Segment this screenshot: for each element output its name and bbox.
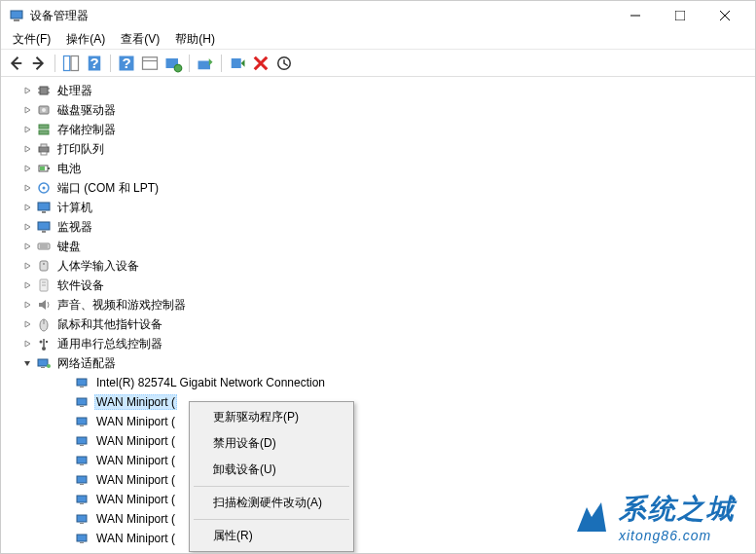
svg-rect-56 <box>38 359 48 366</box>
tree-category[interactable]: 鼠标和其他指针设备 <box>3 314 753 334</box>
netcard-icon <box>75 492 90 507</box>
tree-label: 端口 (COM 和 LPT) <box>55 179 161 198</box>
expander-icon[interactable] <box>20 337 34 351</box>
keyboard-icon <box>36 239 52 254</box>
tree-device[interactable]: WAN Miniport ( <box>3 470 753 490</box>
back-button[interactable] <box>5 53 26 74</box>
tree-category[interactable]: 软件设备 <box>3 276 753 295</box>
svg-rect-38 <box>38 203 50 210</box>
netcard-icon <box>75 433 90 449</box>
software-icon <box>36 277 52 293</box>
tree-device[interactable]: WAN Miniport ( <box>3 412 753 431</box>
menu-action[interactable]: 操作(A) <box>58 29 113 50</box>
svg-rect-67 <box>77 457 87 463</box>
close-button[interactable] <box>702 1 747 30</box>
context-menu: 更新驱动程序(P) 禁用设备(D) 卸载设备(U) 扫描检测硬件改动(A) 属性… <box>189 401 354 552</box>
expander-icon[interactable] <box>20 240 34 253</box>
forward-button[interactable] <box>28 53 50 74</box>
tree-label: Intel(R) 82574L Gigabit Network Connecti… <box>94 375 327 390</box>
expander-icon[interactable] <box>20 298 34 312</box>
tree-category[interactable]: 通用串行总线控制器 <box>3 334 753 353</box>
context-scan-hardware[interactable]: 扫描检测硬件改动(A) <box>192 490 351 516</box>
svg-rect-65 <box>77 437 87 444</box>
netcard-icon <box>75 414 90 429</box>
context-update-driver[interactable]: 更新驱动程序(P) <box>192 404 351 430</box>
tree-category[interactable]: 打印队列 <box>3 139 753 159</box>
context-disable-device[interactable]: 禁用设备(D) <box>192 430 351 457</box>
refresh-button[interactable] <box>273 53 295 74</box>
tree-device[interactable]: WAN Miniport ( <box>3 451 753 470</box>
menu-file[interactable]: 文件(F) <box>5 29 58 50</box>
tree-category[interactable]: 电池 <box>3 159 753 178</box>
tree-label: 存储控制器 <box>55 121 118 139</box>
expander-icon[interactable] <box>20 317 34 331</box>
expander-icon[interactable] <box>20 259 34 273</box>
tree-category[interactable]: 声音、视频和游戏控制器 <box>3 295 753 314</box>
menu-view[interactable]: 查看(V) <box>113 29 167 50</box>
tree-device[interactable]: Intel(R) 82574L Gigabit Network Connecti… <box>3 373 753 392</box>
tree-device[interactable]: WAN Miniport ( <box>3 509 753 529</box>
tree-label: WAN Miniport ( <box>94 492 177 507</box>
tree-category[interactable]: 磁盘驱动器 <box>3 100 753 120</box>
scan-hardware-button[interactable] <box>162 53 184 74</box>
tree-category[interactable]: 键盘 <box>3 237 753 256</box>
svg-rect-0 <box>11 11 22 18</box>
tree-category[interactable]: 端口 (COM 和 LPT) <box>3 178 753 198</box>
tree-device[interactable]: WAN Miniport ( <box>3 490 753 509</box>
device-tree[interactable]: 处理器磁盘驱动器存储控制器打印队列电池端口 (COM 和 LPT)计算机监视器键… <box>1 77 755 553</box>
toolbar-separator <box>221 55 222 72</box>
svg-rect-42 <box>38 243 50 249</box>
tree-category[interactable]: 监视器 <box>3 217 753 237</box>
update-driver-button[interactable] <box>195 53 216 74</box>
svg-rect-57 <box>41 367 45 368</box>
context-uninstall-device[interactable]: 卸载设备(U) <box>192 457 351 483</box>
tree-category-network[interactable]: 网络适配器 <box>3 353 753 373</box>
tree-label: 处理器 <box>55 82 94 100</box>
svg-point-52 <box>42 347 46 351</box>
svg-rect-32 <box>41 152 47 155</box>
expander-icon[interactable] <box>20 162 34 175</box>
svg-rect-28 <box>39 125 49 129</box>
tree-category[interactable]: 人体学输入设备 <box>3 256 753 276</box>
toolbar: ? ? <box>1 50 755 77</box>
tree-device[interactable]: WAN Miniport ( <box>3 392 753 412</box>
device-manager-icon <box>9 8 24 23</box>
uninstall-button[interactable] <box>250 53 271 74</box>
expander-icon[interactable] <box>20 278 34 292</box>
tree-category[interactable]: 存储控制器 <box>3 120 753 139</box>
disable-button[interactable] <box>227 53 248 74</box>
svg-rect-62 <box>80 406 84 407</box>
tree-device[interactable]: WAN Miniport ( <box>3 529 753 548</box>
netcard-icon <box>75 531 90 546</box>
expander-icon[interactable] <box>20 220 34 234</box>
help-button[interactable]: ? <box>84 53 105 74</box>
svg-rect-72 <box>80 503 84 504</box>
action-button[interactable] <box>139 53 161 74</box>
context-separator <box>194 519 349 520</box>
expander-icon[interactable] <box>20 142 34 156</box>
show-hide-tree-button[interactable] <box>60 53 82 74</box>
expander-icon[interactable] <box>20 103 34 117</box>
minimize-button[interactable] <box>613 1 658 30</box>
expander-icon[interactable] <box>20 356 34 370</box>
tree-category[interactable]: 处理器 <box>3 81 753 100</box>
tree-device[interactable]: WAN Miniport ( <box>3 431 753 451</box>
tree-label: WAN Miniport ( <box>94 453 177 468</box>
expander-icon[interactable] <box>20 123 34 136</box>
svg-rect-61 <box>77 398 87 405</box>
disk-icon <box>36 102 52 118</box>
tree-label: 计算机 <box>55 199 94 217</box>
expander-icon[interactable] <box>20 181 34 195</box>
expander-icon[interactable] <box>20 201 34 214</box>
menu-help[interactable]: 帮助(H) <box>167 29 223 50</box>
maximize-button[interactable] <box>658 1 702 30</box>
help-topics-button[interactable]: ? <box>116 53 137 74</box>
svg-rect-73 <box>77 515 87 522</box>
expander-icon[interactable] <box>20 84 34 97</box>
network-icon <box>36 355 52 371</box>
tree-category[interactable]: 计算机 <box>3 198 753 217</box>
context-properties[interactable]: 属性(R) <box>192 523 351 549</box>
sound-icon <box>36 297 52 313</box>
svg-rect-8 <box>64 55 70 70</box>
svg-rect-18 <box>198 60 211 69</box>
